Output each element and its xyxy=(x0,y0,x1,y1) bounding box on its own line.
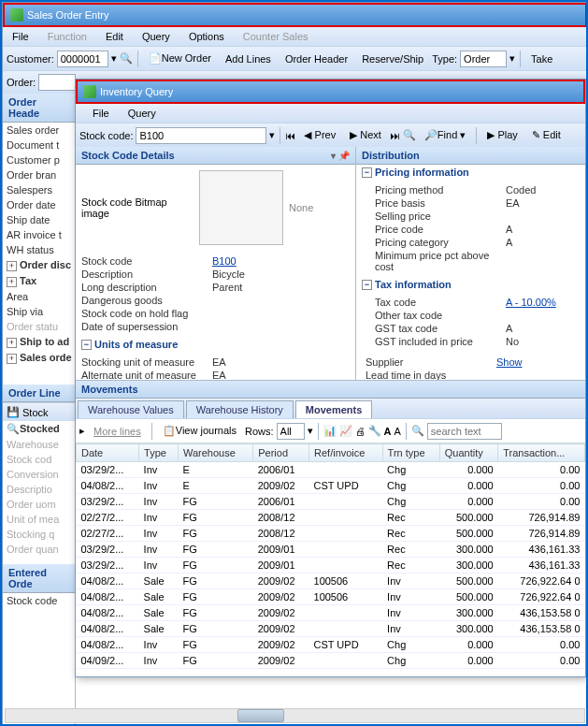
column-header[interactable]: Type xyxy=(139,444,179,462)
add-lines-button[interactable]: Add Lines xyxy=(220,51,277,67)
detail-value[interactable]: Show xyxy=(496,356,523,368)
prev-button[interactable]: ◀ Prev xyxy=(298,126,341,144)
column-header[interactable]: Transaction... xyxy=(498,444,585,462)
side-section[interactable]: 🔍Stocked xyxy=(3,421,75,437)
menu-options[interactable]: Options xyxy=(183,29,230,44)
table-row[interactable]: 03/29/2...InvFG2009/01Rec300.000436,161.… xyxy=(77,558,585,574)
table-row[interactable]: 04/08/2...InvFG2009/02CST UPDChg0.0000.0… xyxy=(77,637,585,653)
dropdown-icon[interactable]: ▾ xyxy=(269,129,275,141)
find-button[interactable]: 🔎Find ▾ xyxy=(419,126,471,144)
detail-value: A xyxy=(506,224,512,235)
table-row[interactable]: 04/08/2...SaleFG2009/02100506Inv500.0007… xyxy=(77,589,585,605)
table-row[interactable]: 03/29/2...InvFG2009/01Rec300.000436,161.… xyxy=(77,542,585,558)
column-header[interactable]: Date xyxy=(77,444,139,462)
dropdown-icon[interactable]: ▾ xyxy=(308,425,313,437)
side-item[interactable]: Area xyxy=(3,289,75,304)
side-item[interactable]: AR invoice t xyxy=(3,227,75,242)
export-icon[interactable]: 📊 xyxy=(323,425,337,437)
expand-icon[interactable]: ▸ xyxy=(79,425,85,437)
side-item[interactable]: Order date xyxy=(3,197,75,212)
tab-warehouse-history[interactable]: Warehouse History xyxy=(186,400,294,418)
tool-icon[interactable]: 🔧 xyxy=(368,425,381,437)
font-icon[interactable]: A xyxy=(384,426,392,437)
detail-value[interactable]: A - 10.00% xyxy=(506,297,556,308)
first-icon[interactable]: ⏮ xyxy=(285,130,295,141)
side-item: Unit of mea xyxy=(3,512,75,527)
menu-file[interactable]: File xyxy=(7,29,35,44)
side-item[interactable]: Ship date xyxy=(3,212,75,227)
pin-icon[interactable]: ▾ 📌 xyxy=(331,151,350,161)
side-item[interactable]: Stock code xyxy=(3,593,75,608)
tab-warehouse-values[interactable]: Warehouse Values xyxy=(78,400,184,418)
font-size-icon[interactable]: A xyxy=(394,426,401,437)
side-item[interactable]: Sales order xyxy=(3,123,75,138)
horizontal-scrollbar[interactable] xyxy=(5,708,585,723)
next-button[interactable]: ▶ Next xyxy=(344,126,387,144)
detail-label: Description xyxy=(81,269,212,280)
reserve-ship-button[interactable]: Reserve/Ship xyxy=(356,51,429,67)
table-row[interactable]: 03/29/2...InvE2006/01Chg0.0000.00 xyxy=(77,462,585,478)
new-order-button[interactable]: 📄New Order xyxy=(143,50,217,67)
column-header[interactable]: Trn type xyxy=(382,444,439,462)
tab-movements[interactable]: Movements xyxy=(295,400,373,418)
more-lines-button[interactable]: More lines xyxy=(88,423,147,440)
menu-query[interactable]: Query xyxy=(122,106,162,121)
type-select[interactable] xyxy=(460,51,507,67)
side-item[interactable]: Salespers xyxy=(3,182,75,197)
table-row[interactable]: 04/08/2...InvE2009/02CST UPDChg0.0000.00 xyxy=(77,478,585,494)
menu-edit[interactable]: Edit xyxy=(100,29,129,44)
save-icon[interactable]: 💾 xyxy=(7,406,20,418)
side-item[interactable]: Customer p xyxy=(3,152,75,167)
table-row[interactable]: 02/27/2...InvFG2008/12Rec500.000726,914.… xyxy=(77,510,585,526)
rows-select[interactable] xyxy=(277,423,305,440)
menu-file[interactable]: File xyxy=(87,106,115,121)
collapse-icon[interactable]: − xyxy=(362,167,372,178)
bitmap-label: Stock code Bitmap image xyxy=(81,196,194,219)
movements-grid[interactable]: DateTypeWarehousePeriodRef/invoiceTrn ty… xyxy=(76,443,585,691)
table-row[interactable]: 04/08/2...SaleFG2009/02Inv300.000436,153… xyxy=(77,621,585,637)
search-icon[interactable]: 🔍 xyxy=(411,425,424,437)
edit-button[interactable]: ✎ Edit xyxy=(526,126,566,144)
inventory-query-titlebar[interactable]: Inventory Query xyxy=(76,80,585,104)
print-icon[interactable]: 🖨 xyxy=(355,426,366,437)
search-input[interactable] xyxy=(427,423,502,440)
side-item[interactable]: Document t xyxy=(3,138,75,152)
table-row[interactable]: 04/08/2...SaleFG2009/02Inv300.000436,153… xyxy=(77,605,585,621)
column-header[interactable]: Warehouse xyxy=(178,444,252,462)
detail-value[interactable]: B100 xyxy=(212,255,237,267)
table-row[interactable]: 04/08/2...SaleFG2009/02100506Inv500.0007… xyxy=(77,574,585,589)
sales-order-titlebar[interactable]: Sales Order Entry xyxy=(3,3,587,27)
side-item[interactable]: WH status xyxy=(3,242,75,257)
customer-input[interactable] xyxy=(57,51,108,67)
column-header[interactable]: Quantity xyxy=(439,444,497,462)
menu-query[interactable]: Query xyxy=(136,29,176,44)
search-icon[interactable]: 🔍 xyxy=(403,129,416,141)
order-input[interactable] xyxy=(38,74,76,91)
side-item[interactable]: Order bran xyxy=(3,167,75,182)
side-section[interactable]: +Ship to ad xyxy=(3,334,75,350)
last-icon[interactable]: ⏭ xyxy=(390,130,400,141)
view-journals-button[interactable]: 📋View journals xyxy=(157,422,242,440)
side-section[interactable]: +Tax xyxy=(3,273,75,289)
collapse-icon[interactable]: − xyxy=(81,340,92,350)
column-header[interactable]: Period xyxy=(253,444,309,462)
collapse-icon[interactable]: − xyxy=(362,280,372,290)
order-header-button[interactable]: Order Header xyxy=(280,51,353,67)
search-icon[interactable]: 🔍 xyxy=(120,52,133,65)
play-button[interactable]: ▶ Play xyxy=(481,126,523,144)
toolbar-main: Customer: ▾ 🔍 📄New Order Add Lines Order… xyxy=(3,46,587,70)
table-row[interactable]: 04/09/2...InvFG2009/02Chg0.0000.00 xyxy=(77,653,585,669)
side-section[interactable]: +Order disc xyxy=(3,257,75,273)
order-header-panel: Order Heade xyxy=(3,94,75,123)
stock-input[interactable] xyxy=(136,127,266,144)
chart-icon[interactable]: 📈 xyxy=(339,425,352,437)
detail-label: Dangerous goods xyxy=(81,295,212,306)
dropdown-icon[interactable]: ▾ xyxy=(509,52,515,65)
side-item[interactable]: Ship via xyxy=(3,304,75,319)
column-header[interactable]: Ref/invoice xyxy=(309,444,383,462)
table-row[interactable]: 02/27/2...InvFG2008/12Rec500.000726,914.… xyxy=(77,526,585,542)
side-section[interactable]: +Sales orde xyxy=(3,350,75,366)
table-row[interactable]: 03/29/2...InvFG2006/01Chg0.0000.00 xyxy=(77,494,585,510)
dropdown-icon[interactable]: ▾ xyxy=(111,52,117,65)
take-button[interactable]: Take xyxy=(525,51,558,67)
